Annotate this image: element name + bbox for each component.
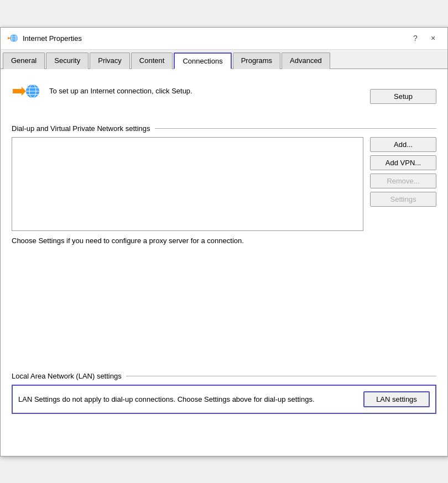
remove-button[interactable]: Remove... [370, 174, 436, 188]
add-button[interactable]: Add... [370, 137, 436, 152]
vpn-list [12, 137, 363, 231]
lan-section-label: Local Area Network (LAN) settings [12, 372, 122, 380]
vpn-buttons: Add... Add VPN... Remove... Settings [370, 137, 436, 231]
title-bar: Internet Properties ? × [1, 28, 447, 50]
vpn-section-header: Dial-up and Virtual Private Network sett… [12, 124, 436, 133]
tab-content-area: To set up an Internet connection, click … [1, 69, 447, 456]
proxy-row: Choose Settings if you need to configure… [12, 237, 436, 245]
svg-marker-6 [13, 87, 26, 96]
vpn-section-label: Dial-up and Virtual Private Network sett… [12, 124, 150, 133]
setup-button[interactable]: Setup [370, 89, 436, 104]
setup-description: To set up an Internet connection, click … [49, 87, 192, 95]
close-button[interactable]: × [425, 30, 441, 46]
app-icon [7, 33, 18, 44]
help-button[interactable]: ? [408, 30, 423, 46]
tab-content[interactable]: Content [131, 53, 173, 69]
setup-intro: To set up an Internet connection, click … [12, 80, 192, 102]
spacer [12, 261, 436, 372]
tab-general[interactable]: General [3, 53, 45, 69]
title-bar-controls: ? × [408, 30, 441, 46]
vpn-area: Add... Add VPN... Remove... Settings [12, 137, 436, 231]
tab-connections[interactable]: Connections [174, 53, 231, 69]
tab-advanced[interactable]: Advanced [282, 53, 330, 69]
window-title: Internet Properties [23, 34, 82, 43]
settings-button[interactable]: Settings [370, 192, 436, 207]
arrow-globe-icon [12, 80, 40, 102]
lan-description: LAN Settings do not apply to dial-up con… [18, 395, 357, 403]
internet-icon [12, 80, 40, 102]
tab-bar: General Security Privacy Content Connect… [1, 50, 447, 69]
lan-section: Local Area Network (LAN) settings LAN Se… [12, 372, 436, 414]
vpn-divider [155, 128, 437, 129]
internet-properties-window: Internet Properties ? × General Security… [0, 27, 448, 456]
setup-row: To set up an Internet connection, click … [12, 80, 436, 113]
lan-section-header: Local Area Network (LAN) settings [12, 372, 436, 380]
lan-divider [126, 376, 436, 376]
proxy-description: Choose Settings if you need to configure… [12, 237, 436, 245]
lan-settings-row: LAN Settings do not apply to dial-up con… [12, 385, 436, 414]
add-vpn-button[interactable]: Add VPN... [370, 155, 436, 170]
tab-security[interactable]: Security [46, 53, 88, 69]
tab-privacy[interactable]: Privacy [90, 53, 130, 69]
lan-settings-button[interactable]: LAN settings [363, 391, 430, 407]
title-bar-left: Internet Properties [7, 33, 82, 44]
tab-programs[interactable]: Programs [233, 53, 280, 69]
